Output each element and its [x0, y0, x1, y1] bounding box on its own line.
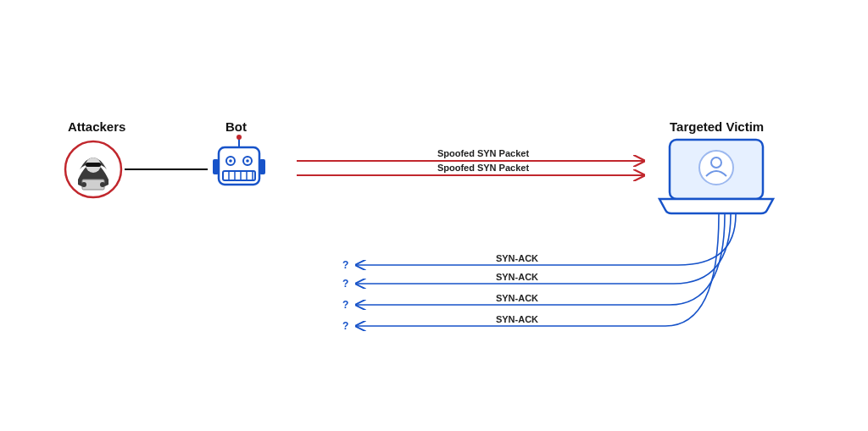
svg-point-7 — [236, 135, 242, 140]
victim-icon — [659, 140, 773, 213]
diagram-stage — [0, 0, 868, 431]
svg-rect-10 — [259, 159, 265, 174]
svg-rect-2 — [86, 163, 101, 167]
synack-label-2: SYN-ACK — [496, 272, 538, 282]
svg-rect-9 — [213, 159, 219, 174]
spoof-label-1: Spoofed SYN Packet — [437, 148, 529, 158]
qmark-1: ? — [342, 259, 348, 271]
synack-label-1: SYN-ACK — [496, 253, 538, 263]
svg-point-4 — [81, 182, 86, 187]
synack-label-3: SYN-ACK — [496, 293, 538, 303]
svg-point-12 — [229, 159, 232, 163]
bot-icon — [213, 135, 265, 185]
qmark-2: ? — [342, 278, 348, 290]
qmark-4: ? — [342, 320, 348, 332]
attacker-icon — [65, 141, 121, 197]
synack-arrow-4 — [356, 214, 719, 326]
synack-arrow-1 — [356, 214, 736, 265]
synack-arrow-2 — [356, 214, 731, 284]
qmark-3: ? — [342, 299, 348, 311]
synack-label-4: SYN-ACK — [496, 314, 538, 324]
svg-point-14 — [246, 159, 249, 163]
synack-arrow-3 — [356, 214, 725, 305]
svg-rect-15 — [223, 171, 255, 180]
spoof-label-2: Spoofed SYN Packet — [437, 163, 529, 173]
svg-point-5 — [100, 182, 105, 187]
